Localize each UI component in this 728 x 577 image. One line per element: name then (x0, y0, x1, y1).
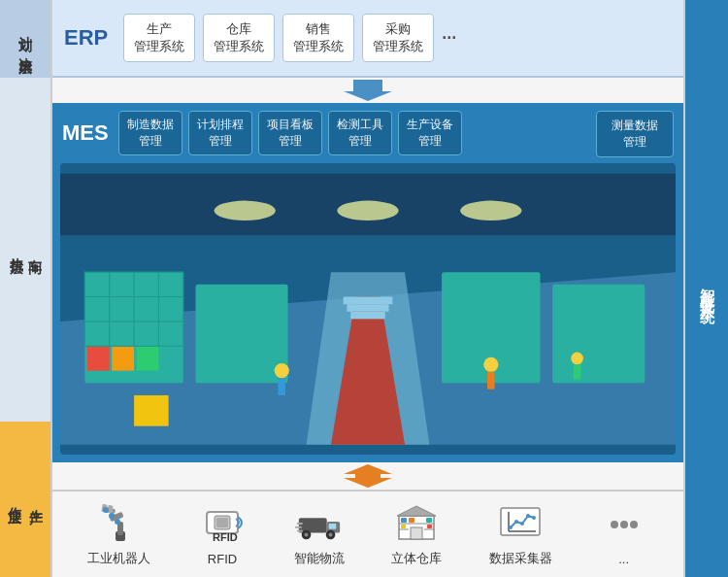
svg-point-74 (532, 516, 536, 520)
device-warehouse: 立体仓库 (391, 501, 442, 567)
right-label-smart-system: 智能统计系统 (685, 0, 728, 577)
svg-rect-44 (216, 518, 228, 527)
svg-point-71 (514, 520, 518, 524)
erp-row: ERP 生产管理系统 仓库管理系统 销售管理系统 采购管理系统 ··· (52, 0, 683, 78)
mes-module-1: 制造数据管理 (118, 111, 182, 155)
svg-marker-57 (397, 506, 436, 516)
mes-label: MES (62, 111, 109, 155)
svg-rect-48 (328, 524, 336, 529)
svg-point-50 (304, 533, 308, 537)
left-labels: 计划 决策层 车间执行层 生产作业层 (0, 0, 50, 577)
erp-label: ERP (64, 25, 108, 51)
mes-right-module-1: 测量数据管理 (596, 111, 674, 157)
erp-module-3: 销售管理系统 (282, 14, 354, 62)
svg-point-73 (526, 514, 530, 518)
svg-point-52 (328, 533, 332, 537)
device-warehouse-label: 立体仓库 (391, 550, 442, 567)
svg-rect-13 (344, 296, 393, 304)
svg-rect-22 (137, 346, 159, 370)
device-robot-label: 工业机器人 (87, 550, 150, 567)
warehouse-icon (392, 501, 441, 544)
svg-point-41 (103, 507, 109, 513)
device-robot: 工业机器人 (87, 501, 150, 567)
svg-text:RFID: RFID (213, 531, 238, 543)
truck-icon (295, 501, 344, 544)
svg-rect-46 (298, 518, 326, 532)
svg-point-75 (611, 521, 618, 528)
label-plan-layer: 计划 决策层 (0, 0, 50, 78)
main-content: ERP 生产管理系统 仓库管理系统 销售管理系统 采购管理系统 ··· MES … (50, 0, 685, 577)
svg-rect-65 (401, 525, 406, 528)
svg-point-77 (630, 521, 638, 528)
svg-rect-19 (487, 371, 495, 389)
chart-icon (496, 501, 545, 544)
svg-rect-17 (278, 378, 285, 395)
svg-rect-7 (552, 284, 645, 382)
svg-rect-21 (112, 346, 134, 370)
mes-module-2: 计划排程管理 (188, 111, 252, 155)
mes-section: MES 制造数据管理 计划排程管理 项目看板管理 检测工具管理 生产设备管理 测… (52, 103, 683, 462)
svg-point-40 (109, 513, 115, 519)
device-rfid: RFID RFID (198, 503, 247, 566)
svg-point-10 (215, 200, 276, 220)
dots-icon (600, 503, 648, 546)
svg-point-18 (483, 356, 498, 371)
device-collector-label: 数据采集器 (489, 550, 552, 567)
svg-rect-66 (427, 525, 432, 528)
erp-dots: ··· (442, 28, 456, 49)
svg-rect-20 (87, 346, 110, 370)
main-container: 计划 决策层 车间执行层 生产作业层 ERP 生产管理系统 仓库管理系统 销售管… (0, 0, 728, 577)
svg-point-16 (275, 363, 289, 378)
mes-module-4: 检测工具管理 (328, 111, 392, 155)
erp-module-2: 仓库管理系统 (203, 14, 275, 62)
robot-icon (95, 501, 144, 544)
svg-rect-62 (401, 518, 407, 523)
label-production-layer: 生产作业层 (0, 422, 50, 577)
svg-point-30 (571, 352, 583, 364)
svg-rect-23 (134, 395, 169, 426)
erp-module-1: 生产管理系统 (123, 14, 195, 62)
mes-module-5: 生产设备管理 (398, 111, 462, 155)
svg-rect-5 (195, 284, 287, 382)
factory-image (60, 163, 676, 455)
device-logistics-label: 智能物流 (294, 550, 345, 567)
svg-point-72 (520, 522, 524, 526)
svg-rect-64 (426, 518, 432, 523)
svg-marker-32 (344, 464, 392, 488)
svg-point-12 (460, 200, 521, 220)
mes-to-devices-arrow (52, 464, 683, 488)
label-workshop-layer: 车间执行层 (0, 78, 50, 422)
erp-to-mes-arrow (52, 80, 683, 101)
svg-rect-63 (409, 518, 414, 523)
erp-module-4: 采购管理系统 (362, 14, 434, 62)
svg-point-11 (337, 200, 398, 220)
device-dots: ... (600, 503, 648, 566)
svg-rect-31 (574, 364, 581, 379)
devices-row: 工业机器人 RFID (52, 490, 683, 577)
mes-module-3: 项目看板管理 (258, 111, 322, 155)
svg-point-76 (620, 521, 628, 528)
rfid-icon: RFID (198, 503, 247, 546)
device-dots-label: ... (618, 552, 629, 566)
right-label-text: 智能统计系统 (698, 277, 716, 300)
svg-point-70 (509, 526, 513, 529)
svg-marker-0 (344, 80, 392, 101)
device-data-collector: 数据采集器 (489, 501, 552, 567)
svg-rect-58 (411, 527, 422, 539)
device-logistics: 智能物流 (294, 501, 345, 567)
device-rfid-label: RFID (208, 552, 237, 566)
svg-point-39 (115, 519, 120, 525)
svg-rect-15 (350, 311, 385, 319)
mes-top-row: MES 制造数据管理 计划排程管理 项目看板管理 检测工具管理 生产设备管理 (52, 103, 683, 163)
svg-rect-14 (347, 304, 388, 312)
